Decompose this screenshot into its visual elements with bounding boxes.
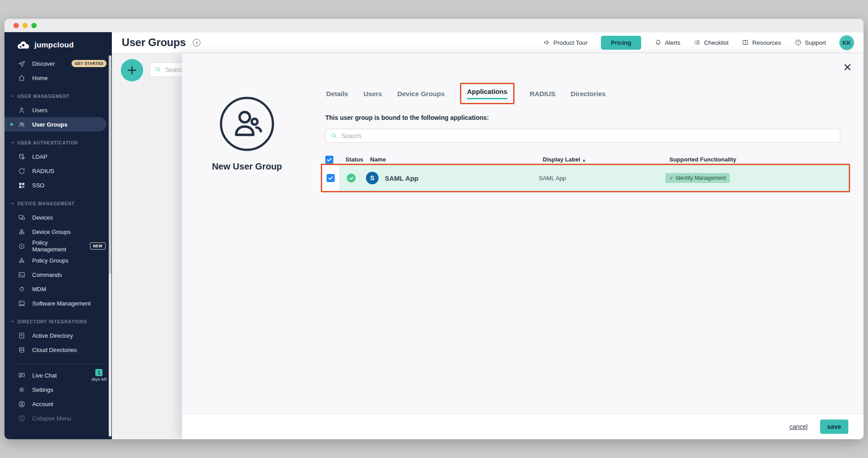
jumpcloud-logo[interactable]: jumpcloud [4,32,112,56]
sidebar-item-account[interactable]: Account [4,397,112,411]
column-display-label[interactable]: Display Label▲ [543,156,669,163]
sidebar-item-settings[interactable]: Settings [4,382,112,397]
sidebar-item-cloud-directories[interactable]: Cloud Directories [4,343,112,357]
sidebar-item-policy-groups[interactable]: Policy Groups [4,253,112,267]
sidebar-item-mdm[interactable]: MDM [4,282,112,296]
plus-icon [127,65,137,76]
row-content: S SAML App SAML App ✓ Identity Managemen… [339,165,849,191]
close-window-button[interactable] [13,23,19,28]
sidebar-item-device-groups[interactable]: Device Groups [4,225,112,239]
sort-asc-icon: ▲ [582,158,586,162]
sidebar-divider [13,364,104,365]
sidebar-item-label: Cloud Directories [32,347,77,353]
pricing-button[interactable]: Pricing [601,36,641,50]
user-avatar[interactable]: KK [839,35,854,50]
column-name[interactable]: Name [370,156,543,163]
check-icon [327,157,332,162]
tab-device-groups[interactable]: Device Groups [397,90,445,98]
zoom-window-button[interactable] [31,23,37,28]
checklist-button[interactable]: Checklist [694,39,728,46]
add-user-group-button[interactable] [121,59,143,81]
check-icon: ✓ [669,175,673,181]
tab-users[interactable]: Users [363,90,382,98]
sidebar-item-software-management[interactable]: Software Management [4,296,112,310]
support-label: Support [805,39,826,46]
sidebar-item-sso[interactable]: SSO [4,178,112,192]
user-group-panel: ✕ New User Group Details Users Device Gr… [182,53,864,439]
close-icon[interactable]: ✕ [843,62,852,73]
tab-radius[interactable]: RADIUS [530,90,556,98]
sidebar-item-active-directory[interactable]: Active Directory [4,328,112,343]
sidebar-item-commands[interactable]: Commands [4,267,112,282]
tab-bar: Details Users Device Groups Applications… [326,83,606,104]
status-active-icon [347,174,356,182]
app-name: SAML App [385,174,418,182]
sidebar-item-collapse-menu[interactable]: Collapse Menu [4,411,112,425]
section-label: USER MANAGEMENT [17,94,70,99]
commands-terminal-icon [18,271,26,279]
app-window: jumpcloud Discover GET STARTED Home USER… [4,19,864,439]
applications-search-input[interactable] [341,132,840,140]
tab-applications[interactable]: Applications [467,88,507,95]
sidebar-item-ldap[interactable]: LDAP [4,149,112,164]
sidebar-item-label: Live Chat [32,372,57,379]
tab-directories[interactable]: Directories [570,90,605,98]
alerts-button[interactable]: Alerts [655,39,681,46]
alerts-label: Alerts [665,39,681,46]
radius-sync-icon [18,167,26,175]
product-tour-button[interactable]: Product Tour [543,39,587,46]
cancel-button[interactable]: cancel [789,423,807,430]
sidebar-item-label: Policy Groups [32,257,68,264]
section-directory-integrations[interactable]: DIRECTORY INTEGRATIONS [4,315,112,328]
sidebar-item-user-groups[interactable]: User Groups [4,117,106,131]
section-user-management[interactable]: USER MANAGEMENT [4,89,112,103]
save-button[interactable]: save [820,420,848,434]
sidebar-item-radius[interactable]: RADIUS [4,164,112,178]
row-checkbox-cell [322,165,339,191]
minimize-window-button[interactable] [22,23,28,28]
table-row[interactable]: S SAML App SAML App ✓ Identity Managemen… [321,164,850,192]
column-status[interactable]: Status [345,156,370,163]
applications-tab-highlight-box: Applications [460,83,515,104]
sidebar-item-label: Home [32,75,48,81]
support-button[interactable]: Support [795,39,826,46]
applications-search[interactable] [325,129,840,143]
tab-details[interactable]: Details [326,90,348,98]
section-device-management[interactable]: DEVICE MANAGEMENT [4,197,112,210]
sidebar-item-label: Settings [32,386,53,393]
row-checkbox[interactable] [327,174,335,182]
sidebar-item-label: Active Directory [32,332,73,339]
sidebar-item-users[interactable]: Users [4,103,112,117]
new-badge: NEW [90,242,106,250]
functionality-badge: ✓ Identity Management [665,173,730,183]
devices-icon [18,214,26,221]
saml-app-icon: S [366,172,379,184]
cloud-logo-icon [16,40,30,50]
sidebar: jumpcloud Discover GET STARTED Home USER… [4,32,112,439]
trial-days-label: days left [91,377,106,382]
device-groups-icon [18,228,26,236]
info-icon[interactable]: i [193,39,200,47]
user-group-icon [18,121,26,128]
sidebar-item-label: Commands [32,271,62,278]
sidebar-item-label: Account [32,401,53,407]
check-icon [349,176,354,181]
sidebar-scrollbar-thumb[interactable] [109,55,111,274]
column-supported-functionality[interactable]: Supported Functionality [669,156,850,163]
bound-applications-text: This user group is bound to the followin… [325,114,489,121]
resources-button[interactable]: Resources [742,39,781,46]
sidebar-item-label: RADIUS [32,168,54,174]
trial-days-badge: 1 days left [91,369,106,382]
sidebar-item-home[interactable]: Home [4,71,112,85]
sidebar-item-live-chat[interactable]: Live Chat 1 days left [4,368,112,382]
question-circle-icon [795,39,802,46]
sidebar-item-policy-management[interactable]: Policy Management NEW [4,239,112,253]
section-user-authentication[interactable]: USER AUTHENTICATION [4,136,112,149]
rocket-icon [18,60,26,68]
sidebar-item-discover[interactable]: Discover GET STARTED [4,56,112,71]
mac-titlebar [4,19,864,32]
sidebar-item-devices[interactable]: Devices [4,210,112,225]
select-all-checkbox[interactable] [325,156,333,164]
chevron-down-icon [11,320,14,323]
tab-applications-label: Applications [467,88,507,99]
